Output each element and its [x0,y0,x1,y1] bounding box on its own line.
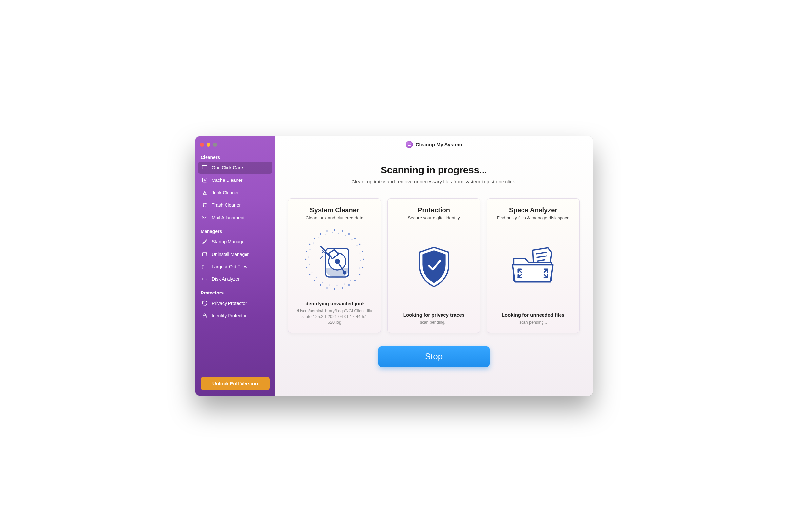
svg-rect-2 [202,216,207,219]
sidebar-item-junk-cleaner[interactable]: Junk Cleaner [198,187,272,199]
sidebar-item-label: Junk Cleaner [212,190,239,195]
svg-rect-3 [202,252,206,256]
svg-point-47 [308,257,309,258]
mail-icon [201,214,208,221]
sidebar-item-startup-manager[interactable]: Startup Manager [198,236,272,248]
monitor-icon [201,164,208,171]
sidebar-item-label: Privacy Protector [212,301,247,306]
cards-row: System Cleaner Clean junk and cluttered … [275,188,593,336]
svg-point-17 [348,284,350,286]
svg-rect-0 [202,165,207,169]
svg-point-20 [327,287,328,289]
download-box-icon [201,177,208,183]
card-detail: scan pending... [418,320,450,326]
sidebar-item-large-old-files[interactable]: Large & Old Files [198,261,272,272]
card-title: Protection [418,206,450,214]
svg-point-52 [332,232,333,233]
sidebar-list-cleaners: One Click Care Cache Cleaner Junk Cleane… [195,162,275,224]
unlock-full-version-button[interactable]: Unlock Full Version [201,377,270,390]
shield-check-icon [394,220,474,312]
svg-point-23 [309,274,310,275]
disk-broom-icon [294,220,375,301]
svg-point-9 [348,233,350,235]
sidebar: Cleaners One Click Care Cache Cleaner Ju… [195,136,275,396]
main-panel: Cleanup My System Scanning in progress..… [275,136,593,396]
shield-icon [201,300,208,307]
sidebar-item-one-click-care[interactable]: One Click Care [198,162,272,173]
sidebar-list-managers: Startup Manager Uninstall Manager Large … [195,236,275,286]
svg-point-16 [354,280,356,281]
svg-rect-6 [203,315,206,318]
sidebar-item-label: Mail Attachments [212,215,247,220]
broom-icon [201,189,208,196]
disk-icon [201,276,208,282]
rocket-icon [201,239,208,245]
svg-point-51 [324,233,326,234]
card-status: Identifying unwanted junk [304,301,365,306]
card-space-analyzer: Space Analyzer Find bulky files & manage… [487,198,579,333]
sidebar-item-privacy-protector[interactable]: Privacy Protector [198,298,272,309]
svg-point-25 [305,259,306,260]
close-window-button[interactable] [200,143,204,147]
sidebar-item-label: Startup Manager [212,239,246,244]
fullscreen-window-button[interactable] [213,143,217,147]
sidebar-item-mail-attachments[interactable]: Mail Attachments [198,212,272,223]
folder-expand-icon [493,220,573,312]
app-window: Cleaners One Click Care Cache Cleaner Ju… [195,136,593,396]
svg-point-13 [362,259,364,261]
sidebar-item-label: Cache Cleaner [212,178,242,183]
svg-point-26 [306,251,308,252]
svg-point-33 [351,239,352,240]
svg-point-38 [355,274,356,275]
svg-point-8 [341,230,342,231]
svg-point-35 [359,252,360,253]
sidebar-item-label: Uninstall Manager [212,251,249,257]
sidebar-section-title: Managers [195,224,275,236]
card-subtitle: Clean junk and cluttered data [306,215,363,220]
svg-point-10 [354,238,356,239]
sidebar-item-label: One Click Care [212,165,243,170]
svg-point-7 [334,229,335,231]
svg-point-31 [338,232,339,233]
sidebar-item-disk-analyzer[interactable]: Disk Analyzer [198,273,272,285]
card-subtitle: Find bulky files & manage disk space [497,215,569,220]
svg-point-28 [314,238,315,239]
card-subtitle: Secure your digital identity [408,215,459,220]
sidebar-item-trash-cleaner[interactable]: Trash Cleaner [198,199,272,211]
card-system-cleaner: System Cleaner Clean junk and cluttered … [288,198,381,333]
svg-point-36 [360,260,361,261]
sidebar-item-identity-protector[interactable]: Identity Protector [198,310,272,322]
svg-point-46 [309,264,310,265]
svg-point-56 [343,271,346,274]
svg-point-37 [359,267,359,268]
hero: Scanning in progress... Clean, optimize … [275,153,593,188]
svg-point-50 [318,237,319,238]
folder-icon [201,263,208,270]
svg-point-40 [343,283,344,284]
minimize-window-button[interactable] [206,143,211,147]
svg-point-29 [319,233,320,234]
stop-button[interactable]: Stop [378,346,490,367]
app-title: Cleanup My System [416,142,462,147]
svg-point-19 [334,288,335,290]
app-icon [406,141,413,148]
card-status: Looking for unneeded files [502,312,565,318]
svg-point-41 [336,285,337,286]
titlebar: Cleanup My System [275,136,593,153]
svg-point-22 [314,280,315,281]
sidebar-section-title: Cleaners [195,150,275,162]
sidebar-item-uninstall-manager[interactable]: Uninstall Manager [198,248,272,260]
svg-point-5 [205,279,206,280]
sidebar-item-label: Large & Old Files [212,264,247,269]
card-status: Looking for privacy traces [403,312,465,318]
svg-point-30 [327,230,328,231]
svg-point-48 [310,249,310,250]
sidebar-item-cache-cleaner[interactable]: Cache Cleaner [198,174,272,186]
sidebar-list-protectors: Privacy Protector Identity Protector [195,298,275,322]
svg-point-15 [359,274,360,275]
svg-point-34 [356,245,357,246]
svg-point-18 [341,287,343,289]
svg-point-27 [309,244,310,245]
svg-point-39 [350,280,351,281]
svg-point-14 [361,267,363,268]
